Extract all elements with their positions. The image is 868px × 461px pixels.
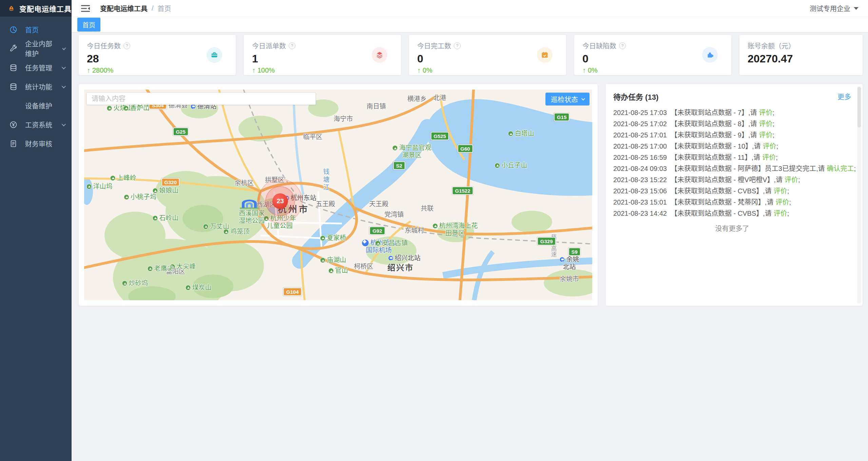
cluster-count: 23 (272, 193, 288, 209)
sidebar-subitem-device-maintenance[interactable]: 设备维护 (0, 96, 72, 115)
todo-text: 【未获取到站点数据 - CVBS】,请 (671, 187, 772, 195)
todo-separator: ; (776, 142, 778, 150)
todo-action-link[interactable]: 评价 (774, 187, 787, 195)
todo-action-link[interactable]: 评价 (759, 120, 773, 128)
road-shield: S9 (568, 248, 580, 256)
caret-down-icon (854, 7, 859, 10)
sidebar-item-payroll[interactable]: 工资系统 (0, 115, 72, 134)
todo-action-link[interactable]: 评价 (762, 154, 776, 161)
todo-title: 待办任务 (13) (613, 91, 658, 102)
stat-cards-row: 今日任务数? 28 ↑2800% 今日派单数? 1 ↑100% 今日完工数? 0… (79, 35, 863, 75)
todo-time: 2021-08-25 17:00 (613, 142, 667, 150)
todo-text: 【未获取到站点数据 - 9】,请 (671, 131, 757, 139)
todo-text: 【未获取到站点数据 - 橙V吧橙V】,请 (671, 176, 783, 184)
help-icon[interactable]: ? (619, 42, 626, 49)
road-shield: G1522 (452, 187, 473, 195)
map-cluster-marker[interactable]: 23 (258, 179, 303, 224)
sidebar-item-label: 设备维护 (25, 101, 52, 111)
database-icon (9, 82, 18, 91)
app-title: 变配电运维工具 (19, 3, 72, 14)
stat-trend: 0% (588, 66, 598, 74)
panel-scrollbar[interactable] (857, 86, 861, 304)
todo-action-link[interactable]: 评价 (785, 176, 798, 184)
layers-icon (372, 47, 387, 63)
stat-trend: 0% (423, 66, 432, 74)
sidebar-item-label: 首页 (25, 25, 39, 35)
map-canvas[interactable]: 杭州市 绍兴市 西湖区 拱墅区 余杭区 临平区 海宁市 德清县 柯桥区 (84, 90, 592, 300)
todo-time: 2021-08-25 17:01 (613, 131, 667, 139)
hardhat-logo-icon (8, 3, 15, 14)
map-search-input[interactable] (86, 93, 316, 105)
collapse-sidebar-icon[interactable] (81, 5, 90, 12)
todo-text: 【未获取到站点数据 - CVBS】,请 (671, 210, 772, 217)
sidebar: 变配电运维工具 首页 企业内部维护 任务管理 (0, 0, 72, 461)
breadcrumb-current: 首页 (158, 3, 171, 13)
sidebar-item-label: 任务管理 (25, 63, 52, 73)
todo-separator: ; (798, 176, 800, 184)
todo-separator: ; (776, 154, 778, 161)
sidebar-item-home[interactable]: 首页 (0, 20, 72, 39)
dashboard-icon (9, 25, 18, 34)
todo-time: 2021-08-23 14:42 (613, 210, 667, 217)
todo-action-link[interactable]: 评价 (774, 210, 787, 217)
puzzle-icon (702, 47, 718, 63)
todo-time: 2021-08-25 16:59 (613, 154, 667, 161)
panel-scrollbar-thumb[interactable] (857, 87, 861, 128)
top-header: 变配电运维工具 / 首页 测试专用企业 (72, 0, 868, 17)
todo-time: 2021-08-23 15:22 (613, 176, 667, 184)
coin-icon (9, 120, 18, 129)
sidebar-menu: 首页 企业内部维护 任务管理 统计功能 (0, 17, 72, 153)
todo-action-link[interactable]: 评价 (759, 109, 773, 116)
stat-label: 今日完工数 (417, 41, 451, 51)
stat-label: 账号余额（元） (748, 41, 795, 51)
briefcase-icon (207, 47, 222, 63)
stat-value: 20270.47 (748, 53, 854, 65)
help-icon[interactable]: ? (454, 42, 461, 49)
todo-text: 【未获取到站点数据 - 11】,请 (671, 154, 760, 161)
breadcrumb: 变配电运维工具 / 首页 (100, 3, 171, 13)
chevron-down-icon (62, 84, 66, 88)
sidebar-item-enterprise-maintenance[interactable]: 企业内部维护 (0, 39, 72, 58)
todo-separator: ; (789, 198, 791, 206)
todo-item: 2021-08-24 09:03 【未获取到站点数据 - 阿萨德】员工3已提交完… (613, 163, 851, 174)
tab-home[interactable]: 首页 (77, 18, 100, 32)
trend-up-icon: ↑ (252, 66, 255, 74)
road-shield: G25 (173, 128, 188, 136)
todo-action-link[interactable]: 评价 (763, 142, 776, 150)
enterprise-name: 测试专用企业 (810, 3, 850, 13)
wetland-park-landmark-icon[interactable] (238, 196, 260, 211)
road-shield: G320 (161, 178, 180, 187)
stat-trend: 2800% (92, 66, 113, 74)
todo-text: 【未获取到站点数据 - 8】,请 (671, 120, 757, 128)
list-end-text: 没有更多了 (613, 223, 851, 233)
help-icon[interactable]: ? (289, 42, 295, 49)
road-shield: G329 (537, 237, 556, 246)
todo-action-link[interactable]: 确认完工 (827, 165, 854, 172)
road-shield: G92 (369, 227, 385, 235)
database-icon (9, 63, 18, 72)
todo-item: 2021-08-25 17:01 【未获取到站点数据 - 9】,请评价; (613, 130, 851, 141)
enterprise-dropdown[interactable]: 测试专用企业 (810, 3, 859, 13)
todo-item: 2021-08-25 17:00 【未获取到站点数据 - 10】,请评价; (613, 141, 851, 152)
todo-time: 2021-08-25 17:03 (613, 109, 667, 116)
todo-action-link[interactable]: 评价 (759, 131, 773, 139)
more-link[interactable]: 更多 (837, 92, 851, 101)
inspection-status-button[interactable]: 巡检状态 (545, 93, 590, 105)
sidebar-item-finance-audit[interactable]: 财务审核 (0, 134, 72, 153)
todo-separator: ; (854, 165, 856, 172)
help-icon[interactable]: ? (123, 42, 130, 49)
breadcrumb-root[interactable]: 变配电运维工具 (100, 3, 148, 13)
road-shield: G104 (283, 288, 302, 296)
todo-item: 2021-08-23 14:42 【未获取到站点数据 - CVBS】,请评价; (613, 208, 851, 219)
chevron-down-icon (581, 97, 585, 100)
todo-list: 2021-08-25 17:03 【未获取到站点数据 - 7】,请评价; 202… (613, 107, 851, 219)
todo-action-link[interactable]: 评价 (775, 198, 789, 206)
trend-up-icon: ↑ (417, 66, 421, 74)
road-shield: G15 (554, 113, 570, 121)
sidebar-item-task-management[interactable]: 任务管理 (0, 58, 72, 77)
todo-item: 2021-08-25 16:59 【未获取到站点数据 - 11】,请评价; (613, 152, 851, 163)
sidebar-item-statistics[interactable]: 统计功能 (0, 77, 72, 96)
todo-item: 2021-08-23 15:01 【未获取到站点数据 - 梵蒂冈】,请评价; (613, 197, 851, 208)
trend-up-icon: ↑ (87, 66, 90, 74)
stat-card-defects: 今日缺陷数? 0 ↑0% (574, 35, 731, 75)
